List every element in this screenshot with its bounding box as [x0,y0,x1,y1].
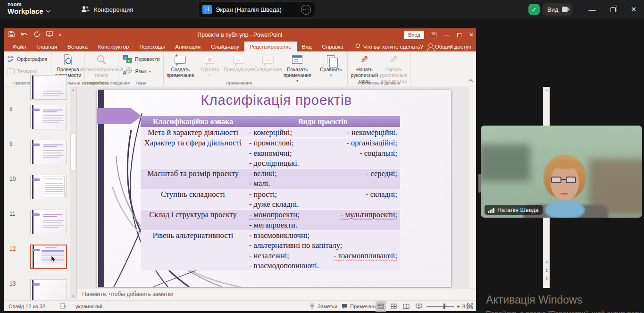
ribbon-tab-слайд-шоу[interactable]: Слайд-шоу [206,42,244,51]
slide-counter: Слайд 12 из 32 [8,301,45,312]
project-kind-right: - організаційні; [346,138,397,148]
delete-comment-icon: ✕ [204,53,215,66]
zoom-out-button[interactable]: – [422,301,425,312]
participant-name: Наталія Шведа [497,207,538,213]
sidebar-scrollbar-thumb[interactable] [478,174,481,193]
ribbon-button-show-comments[interactable]: Показать примечания▾ [283,53,312,84]
share-button[interactable]: Общий доступ [428,42,471,51]
next-slide-icon[interactable]: ▼▼ [544,277,550,280]
ribbon-button-translate[interactable]: аяПеревести [120,54,161,64]
ribbon-tab-рецензирование[interactable]: Рецензирование [244,42,297,51]
normal-view-button[interactable] [376,301,386,312]
ribbon-display-options-icon[interactable] [427,28,440,42]
accessibility-status-icon[interactable] [60,301,67,312]
language-status[interactable]: украинский [75,301,102,312]
view-button-label: Вид [547,6,559,13]
participant-video[interactable]: Наталія Шведа [481,126,642,218]
ppt-restore-button[interactable] [453,28,465,42]
next-comment-icon: → [262,53,274,66]
slide-thumbnail-8[interactable] [30,105,67,129]
show-comments-icon [292,53,302,66]
slide-thumbnail-11[interactable] [30,210,67,234]
table-values-cell: - взаємовиключні;- альтернативні по капі… [245,230,400,271]
close-button[interactable]: ✕ [623,0,644,19]
ribbon-button-new-comment[interactable]: ＋Создать примечание [166,53,195,78]
more-options-icon[interactable]: ··· [301,5,311,15]
classification-table[interactable]: Класифікаційна ознака Види проектів Мета… [141,116,400,271]
ribbon-group-label: Язык [118,80,163,85]
project-kind-left: - монопроекти; [249,210,300,220]
ribbon-button-label: Создать примечание [167,67,194,78]
ribbon-tab-вставка[interactable]: Вставка [62,42,93,51]
slide-editor[interactable]: Класифікація проектів Класифікаційна озн… [97,90,451,287]
comments-icon [342,304,348,309]
person-icon [428,43,433,48]
accessibility-check-icon [63,53,73,66]
translate-icon: ая [122,55,133,63]
notes-icon [309,304,315,309]
tab-shared-screen[interactable]: Н Экран (Наталія Шведа) ··· [198,1,315,17]
ribbon-button-previous-comment: ←Предыдущее [224,53,253,73]
person-fringe [550,160,580,169]
slide-thumbnail-10[interactable] [30,175,67,199]
ppt-minimize-button[interactable]: — [441,28,453,42]
ribbon-tab-анимация[interactable]: Анимация [170,42,206,51]
slide-thumbnail-9[interactable] [30,140,67,164]
notes-toggle[interactable]: Заметки [309,301,337,312]
ribbon-tab-вид[interactable]: Вид [297,42,317,51]
slide-title[interactable]: Класифікація проектів [149,93,404,108]
table-row: Мета й характер діяльності- комерційні;-… [141,127,400,137]
ribbon-button-language[interactable]: АЯзык▾ [120,67,153,76]
ribbon-button-spellcheck[interactable]: ABCОрфография [6,54,49,64]
background-picture-frame [481,144,530,181]
svg-text:а: а [125,55,127,59]
fit-to-window-icon[interactable] [467,301,473,312]
previous-comment-icon: ← [233,53,244,66]
ribbon-button-label: Интеллектуальный поиск [80,67,124,78]
layout-icon [562,7,568,12]
tell-me-search[interactable]: Что вы хотите сделать? [355,42,423,51]
tab-meeting[interactable]: Конференция [81,0,133,19]
ribbon-button-accessibility-check[interactable]: Проверка читаемости [53,53,83,78]
windows-activation-watermark: Активація Windows Перейдіть в розділ "Па… [486,294,644,313]
minimize-button[interactable]: — [581,0,603,19]
view-button[interactable]: Вид [543,3,572,16]
zoom-slider-knob[interactable] [443,304,445,309]
slide-thumbnail-12[interactable] [30,245,67,269]
ribbon-group-label: Подробные сведения [85,80,118,85]
cursor-icon [51,256,56,262]
previous-slide-icon[interactable]: ▲▲ [544,268,550,272]
ribbon-button-ink-pen[interactable]: ✎Начать рукописный ввод [350,53,379,84]
scroll-down-icon[interactable]: ▼ [544,261,550,264]
restore-button[interactable] [602,0,624,19]
table-header-kinds: Види проектів [245,116,400,127]
scroll-up-icon[interactable]: ▲ [544,88,550,92]
ribbon-tab-переходы[interactable]: Переходы [134,42,170,51]
table-values-cell: - монопроекти;- мультипроекти;- мегапрое… [245,210,400,230]
zoom-titlebar: zoom Workplace Конференция Н Экран (Ната… [0,0,644,19]
scroll-down-icon[interactable]: ▼ [70,295,76,298]
project-kind-right: - соціальні; [360,148,397,158]
comments-toggle[interactable]: Примечания [342,301,380,312]
ribbon-tab-главная[interactable]: Главная [31,42,62,51]
zoom-slider[interactable] [427,301,454,312]
hide-ink-icon: ✎ [390,53,398,66]
ribbon-tab-справка[interactable]: Справка [317,42,349,51]
thumbnail-scrollbar[interactable]: ▲ ▼ [70,87,76,299]
scrollbar-thumb[interactable] [70,133,76,171]
notes-pane[interactable]: Нажмите, чтобы добавить заметки [77,288,476,300]
reading-view-button[interactable] [401,301,411,312]
ribbon-button-compare[interactable]: Сравнить▾ [316,53,345,78]
scroll-up-icon[interactable]: ▲ [70,88,76,92]
collapse-ribbon-icon[interactable] [468,76,473,84]
ribbon-button-label: Предыдущее [224,67,254,72]
notes-placeholder: Нажмите, чтобы добавить заметки [82,291,173,297]
ribbon-tab-файл[interactable]: Файл [8,42,31,51]
ppt-close-button[interactable]: ✕ [465,28,477,42]
chevron-down-icon[interactable] [45,7,51,15]
slide-thumbnail-partial[interactable] [30,75,67,100]
sign-in-button[interactable]: Вход [404,31,424,39]
ribbon-tab-конструктор[interactable]: Конструктор [93,42,134,51]
zoom-in-button[interactable]: + [457,301,460,312]
slide-sorter-view-button[interactable] [388,301,399,312]
